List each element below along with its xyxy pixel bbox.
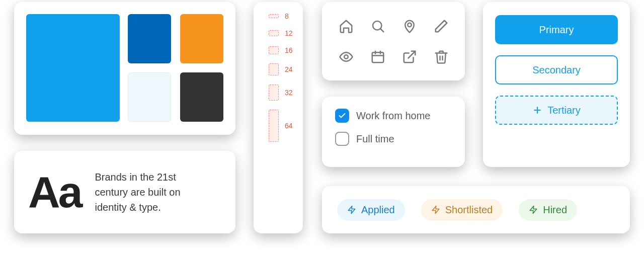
tag-label: Hired (543, 204, 567, 216)
svg-rect-4 (372, 52, 383, 62)
icon-set-card (322, 2, 465, 80)
svg-marker-11 (348, 206, 355, 214)
secondary-button[interactable]: Secondary (495, 55, 618, 84)
spacing-row: 12 (254, 29, 303, 37)
type-copy: Brands in the 21st century are built on … (95, 169, 201, 215)
tag-shortlisted[interactable]: Shortlisted (421, 199, 503, 221)
spacing-row: 24 (254, 63, 303, 75)
spacing-label: 12 (285, 29, 293, 37)
spacing-row: 16 (254, 46, 303, 54)
swatch-orange (180, 14, 223, 63)
checkbox-row-full-time[interactable]: Full time (335, 132, 452, 146)
buttons-card: Primary Secondary Tertiary (483, 2, 630, 167)
svg-line-8 (408, 51, 415, 58)
swatch-blue-dark (128, 14, 171, 63)
bolt-icon (431, 205, 440, 214)
svg-point-3 (344, 55, 348, 59)
svg-marker-12 (432, 206, 439, 214)
trash-icon (434, 49, 449, 64)
swatch-dark (180, 72, 223, 122)
spacing-box (269, 30, 279, 36)
spacing-scale-card: 81216243264 (254, 2, 303, 233)
checkbox-checked-icon[interactable] (335, 109, 349, 123)
checkbox-row-work-from-home[interactable]: Work from home (335, 109, 452, 123)
spacing-box (269, 63, 279, 75)
calendar-icon (370, 49, 385, 64)
pencil-icon (434, 19, 449, 34)
checkbox-unchecked-icon[interactable] (335, 132, 349, 146)
external-link-icon (402, 49, 417, 64)
spacing-box (269, 46, 279, 54)
spacing-row: 64 (254, 110, 303, 142)
tag-applied[interactable]: Applied (337, 199, 405, 221)
spacing-label: 8 (285, 12, 289, 20)
spacing-label: 64 (285, 122, 293, 130)
spacing-row: 8 (254, 12, 303, 20)
tag-label: Shortlisted (445, 204, 493, 216)
spacing-label: 24 (285, 65, 293, 73)
tags-card: Applied Shortlisted Hired (322, 186, 630, 233)
map-pin-icon (402, 19, 417, 34)
tag-hired[interactable]: Hired (519, 199, 577, 221)
tertiary-button-label: Tertiary (547, 105, 581, 116)
swatch-light (128, 72, 171, 122)
bolt-icon (529, 205, 538, 214)
checkbox-label: Work from home (356, 110, 430, 122)
checkbox-card: Work from home Full time (322, 97, 465, 167)
spacing-box (269, 84, 279, 101)
color-palette-card (14, 2, 235, 135)
spacing-label: 32 (285, 89, 293, 97)
spacing-box (269, 110, 279, 142)
spacing-box (269, 14, 279, 18)
spacing-row: 32 (254, 84, 303, 101)
swatch-grid (128, 14, 223, 123)
swatch-primary (26, 14, 120, 122)
eye-icon (339, 49, 354, 64)
bolt-icon (347, 205, 356, 214)
svg-point-2 (408, 23, 412, 27)
svg-marker-13 (530, 206, 537, 214)
primary-button[interactable]: Primary (495, 15, 618, 44)
search-icon (370, 19, 385, 34)
checkbox-label: Full time (356, 133, 394, 145)
spacing-label: 16 (285, 46, 293, 54)
tag-label: Applied (361, 204, 395, 216)
plus-icon (532, 105, 542, 115)
home-icon (339, 19, 354, 34)
typography-card: Aa Brands in the 21st century are built … (14, 151, 235, 233)
tertiary-button[interactable]: Tertiary (495, 96, 618, 125)
type-sample: Aa (28, 170, 81, 214)
svg-line-1 (380, 29, 383, 32)
